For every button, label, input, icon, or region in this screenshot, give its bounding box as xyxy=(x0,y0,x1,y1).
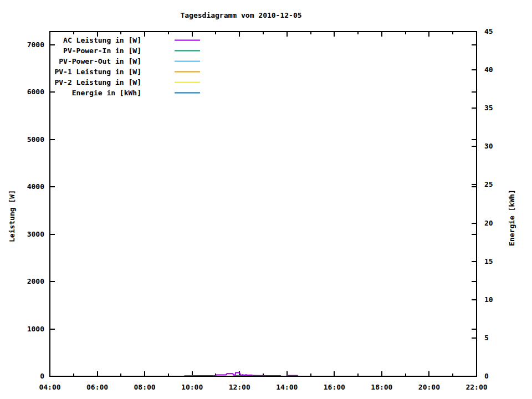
y2-tick-label: 25 xyxy=(484,180,493,188)
y1-tick-label: 1000 xyxy=(27,325,44,333)
x-tick-label: 18:00 xyxy=(371,383,392,391)
legend-label: PV-1 Leistung in [W] xyxy=(54,68,141,76)
legend-entry: PV-Power-In in [W] xyxy=(63,47,200,55)
legend-entry: PV-1 Leistung in [W] xyxy=(54,68,200,76)
x-tick-label: 10:00 xyxy=(181,383,203,391)
y2-tick-label: 45 xyxy=(484,27,493,35)
legend-entry: AC Leistung in [W] xyxy=(63,36,200,44)
legend-label: PV-Power-Out in [W] xyxy=(59,57,141,65)
y1-tick-label: 3000 xyxy=(27,230,44,238)
y1-tick-label: 6000 xyxy=(27,88,44,96)
y1-tick-label: 2000 xyxy=(27,277,44,285)
plot-area: 04:0006:0008:0010:0012:0014:0016:0018:00… xyxy=(0,0,532,399)
y2-tick-label: 20 xyxy=(484,219,493,227)
y2-tick-label: 15 xyxy=(484,257,493,265)
y1-tick-label: 4000 xyxy=(27,182,44,191)
chart-title: Tagesdiagramm vom 2010-12-05 xyxy=(180,11,301,19)
y2-tick-label: 5 xyxy=(484,334,489,342)
y-axis-right: 051015202530354045 xyxy=(472,27,493,380)
x-tick-label: 08:00 xyxy=(134,383,156,391)
legend-entry: PV-Power-Out in [W] xyxy=(59,57,200,65)
legend-label: AC Leistung in [W] xyxy=(63,36,141,44)
y1-tick-label: 0 xyxy=(40,372,44,380)
x-tick-label: 12:00 xyxy=(229,383,250,391)
x-tick-label: 04:00 xyxy=(39,383,60,391)
y2-tick-label: 0 xyxy=(484,372,489,380)
series-line-ac-leistung-in-w xyxy=(184,373,281,376)
y1-tick-label: 7000 xyxy=(27,40,44,49)
y1-axis-title: Leistung [W] xyxy=(8,190,16,242)
x-tick-label: 14:00 xyxy=(276,383,298,391)
y2-tick-label: 40 xyxy=(484,65,493,74)
y2-tick-label: 10 xyxy=(484,295,493,304)
y2-tick-label: 35 xyxy=(484,104,493,112)
y2-axis-title: Energie [kWh] xyxy=(508,190,516,246)
legend: AC Leistung in [W]PV-Power-In in [W]PV-P… xyxy=(54,36,200,97)
legend-label: PV-Power-In in [W] xyxy=(63,47,141,55)
y2-tick-label: 30 xyxy=(484,142,493,150)
x-tick-label: 22:00 xyxy=(466,383,487,391)
x-tick-label: 16:00 xyxy=(324,383,345,391)
chart-canvas: Tagesdiagramm vom 2010-12-05 Leistung [W… xyxy=(0,0,532,399)
x-tick-label: 20:00 xyxy=(418,383,440,391)
legend-label: Energie in [kWh] xyxy=(72,89,141,97)
y1-tick-label: 5000 xyxy=(27,135,44,144)
x-tick-label: 06:00 xyxy=(86,383,108,391)
legend-entry: PV-2 Leistung in [W] xyxy=(54,78,200,86)
legend-label: PV-2 Leistung in [W] xyxy=(54,78,141,86)
legend-entry: Energie in [kWh] xyxy=(72,89,200,97)
